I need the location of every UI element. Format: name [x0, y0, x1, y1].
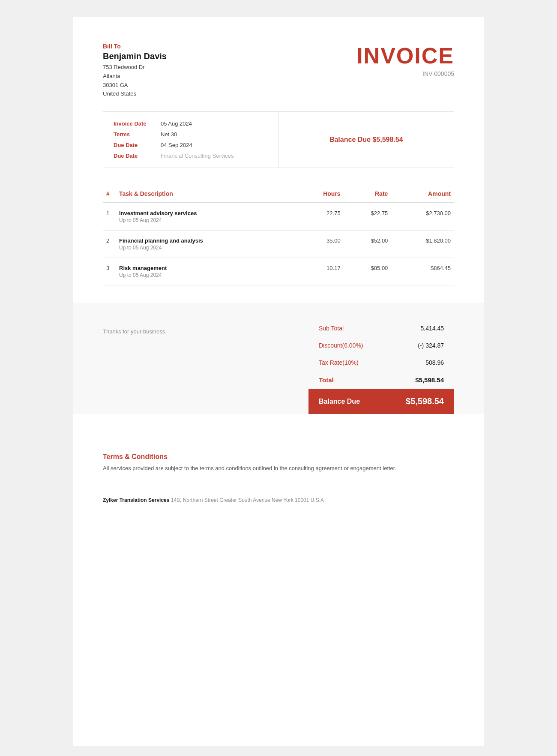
col-description: Task & Description [116, 185, 296, 203]
row-amount: $864.45 [391, 258, 454, 285]
balance-due-header-label: Balance Due $5,598.54 [329, 136, 403, 144]
row-rate: $22.75 [344, 203, 392, 231]
due-date-label: Due Date [114, 142, 161, 148]
bottom-footer: Zylker Translation Services 14B, Norther… [103, 490, 454, 503]
table-row: 3 Risk management Up to 05 Aug 2024 10.1… [103, 258, 454, 285]
row-rate: $52.00 [344, 231, 392, 258]
row-hours: 10.17 [296, 258, 344, 285]
due-date-row2: Due Date Financial Consulting Services [114, 153, 268, 159]
terms-row: Terms Net 30 [114, 131, 268, 138]
terms-text: All services provided are subject to the… [103, 464, 454, 473]
col-rate: Rate [344, 185, 392, 203]
discount-label: Discount(6.00%) [319, 342, 363, 349]
invoice-number: INV-000005 [356, 70, 454, 77]
invoice-date-label: Invoice Date [114, 120, 161, 127]
thanks-note: Thanks for your business. [103, 320, 167, 352]
row-description: Financial planning and analysis Up to 05… [116, 231, 296, 258]
due-date-label2: Due Date [114, 153, 161, 159]
items-table: # Task & Description Hours Rate Amount 1… [103, 185, 454, 285]
row-description: Investment advisory services Up to 05 Au… [116, 203, 296, 231]
terms-value: Net 30 [161, 131, 177, 138]
subtotal-row: Sub Total 5,414.45 [308, 320, 454, 337]
company-name: Zylker Translation Services [103, 497, 169, 503]
terms-title: Terms & Conditions [103, 453, 454, 461]
meta-right: Balance Due $5,598.54 [279, 112, 454, 168]
table-row: 1 Investment advisory services Up to 05 … [103, 203, 454, 231]
balance-due-text: Balance Due [329, 136, 372, 143]
total-value: $5,598.54 [415, 376, 444, 384]
item-description-main: Investment advisory services [119, 210, 293, 216]
item-sub-desc: Up to 05 Aug 2024 [119, 217, 293, 223]
balance-due-header-box: Balance Due $5,598.54 [329, 136, 403, 144]
client-address: 753 Redwood Dr Atlanta 30301 GA United S… [103, 63, 167, 99]
tax-row: Tax Rate(10%) 508.96 [308, 354, 454, 371]
tax-label: Tax Rate(10%) [319, 359, 359, 366]
row-hours: 35.00 [296, 231, 344, 258]
balance-due-header-value: $5,598.54 [372, 136, 403, 143]
footer-area: Thanks for your business. Sub Total 5,41… [73, 303, 484, 414]
col-amount: Amount [391, 185, 454, 203]
terms-label: Terms [114, 131, 161, 138]
invoice-page: Bill To Benjamin Davis 753 Redwood Dr At… [73, 17, 484, 746]
col-num: # [103, 185, 116, 203]
balance-due-row: Balance Due $5,598.54 [308, 389, 454, 414]
client-name: Benjamin Davis [103, 51, 167, 61]
address-line3: 30301 GA [103, 81, 167, 90]
invoice-title: INVOICE [356, 43, 454, 69]
bill-to-block: Bill To Benjamin Davis 753 Redwood Dr At… [103, 43, 167, 99]
bill-to-label: Bill To [103, 43, 167, 50]
subtotal-label: Sub Total [319, 325, 344, 332]
meta-section: Invoice Date 05 Aug 2024 Terms Net 30 Du… [103, 111, 454, 168]
address-line1: 753 Redwood Dr [103, 63, 167, 72]
invoice-title-block: INVOICE INV-000005 [356, 43, 454, 77]
item-description-main: Risk management [119, 265, 293, 271]
table-row: 2 Financial planning and analysis Up to … [103, 231, 454, 258]
total-label: Total [319, 376, 334, 384]
row-hours: 22.75 [296, 203, 344, 231]
due-date-value: 04 Sep 2024 [161, 142, 192, 148]
invoice-date-row: Invoice Date 05 Aug 2024 [114, 120, 268, 127]
row-amount: $2,730.00 [391, 203, 454, 231]
col-hours: Hours [296, 185, 344, 203]
tax-value: 508.96 [425, 359, 444, 366]
row-num: 3 [103, 258, 116, 285]
item-description-main: Financial planning and analysis [119, 237, 293, 244]
due-date-value2: Financial Consulting Services [161, 153, 234, 159]
header-section: Bill To Benjamin Davis 753 Redwood Dr At… [103, 43, 454, 99]
table-header-row: # Task & Description Hours Rate Amount [103, 185, 454, 203]
total-row: Total $5,598.54 [308, 371, 454, 389]
row-rate: $85.00 [344, 258, 392, 285]
item-sub-desc: Up to 05 Aug 2024 [119, 272, 293, 278]
invoice-date-value: 05 Aug 2024 [161, 120, 192, 127]
terms-section: Terms & Conditions All services provided… [103, 440, 454, 473]
item-sub-desc: Up to 05 Aug 2024 [119, 245, 293, 251]
row-description: Risk management Up to 05 Aug 2024 [116, 258, 296, 285]
balance-due-final-label: Balance Due [319, 398, 360, 405]
address-line4: United States [103, 90, 167, 99]
row-num: 1 [103, 203, 116, 231]
company-address-text: 14B, Northern Street Greater South Avenu… [171, 497, 324, 503]
discount-value: (-) 324.87 [418, 342, 444, 349]
balance-due-final-value: $5,598.54 [406, 396, 444, 406]
meta-left: Invoice Date 05 Aug 2024 Terms Net 30 Du… [103, 112, 279, 168]
row-num: 2 [103, 231, 116, 258]
subtotal-value: 5,414.45 [421, 325, 444, 332]
footer-inner: Thanks for your business. Sub Total 5,41… [103, 320, 454, 414]
address-line2: Atlanta [103, 72, 167, 81]
discount-row: Discount(6.00%) (-) 324.87 [308, 337, 454, 354]
due-date-row: Due Date 04 Sep 2024 [114, 142, 268, 148]
totals-block: Sub Total 5,414.45 Discount(6.00%) (-) 3… [308, 320, 454, 414]
row-amount: $1,820.00 [391, 231, 454, 258]
